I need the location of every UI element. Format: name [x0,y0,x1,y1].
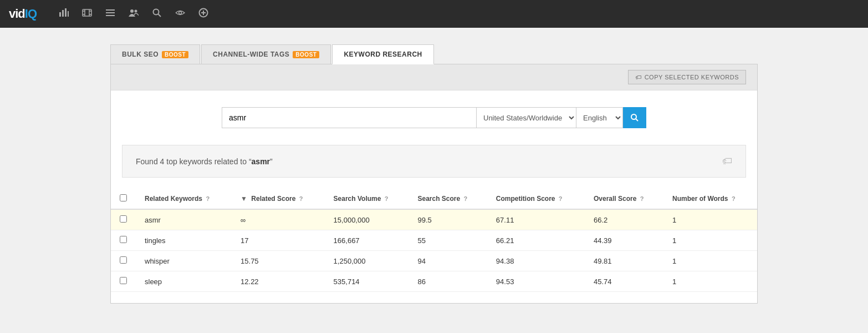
tab-keyword-research[interactable]: KEYWORD RESEARCH [332,44,433,64]
row-overall-score-1: 44.39 [585,230,663,251]
logo-iq: IQ [25,7,37,21]
film-icon[interactable] [82,8,92,20]
row-checkbox-cell [111,230,136,251]
th-search-volume: Search Volume ? [325,189,409,209]
tab-bulk-seo[interactable]: BULK SEO BOOST [110,44,200,64]
th-related-score[interactable]: ▼ Related Score ? [232,189,325,209]
table-row: sleep 12.22 535,714 86 94.53 45.74 1 [111,271,757,292]
copy-selected-keywords-button[interactable]: 🏷 COPY SELECTED KEYWORDS [628,70,746,84]
table-row: tingles 17 166,667 55 66.21 44.39 1 [111,230,757,251]
th-search-score-help-icon: ? [464,195,468,202]
row-checkbox-2[interactable] [120,256,127,264]
th-num-words-label: Number of Words [672,195,728,203]
th-competition-score-label: Competition Score [496,195,555,203]
tab-bulk-seo-label: BULK SEO [122,51,159,58]
row-search-score-2: 94 [409,251,487,271]
row-num-words-3: 1 [663,271,757,292]
row-num-words-0: 1 [663,209,757,230]
row-checkbox-cell [111,251,136,271]
row-checkbox-0[interactable] [120,215,127,223]
row-num-words-1: 1 [663,230,757,251]
row-search-volume-2: 1,250,000 [325,251,409,271]
row-competition-score-3: 94.53 [487,271,585,292]
results-banner: Found 4 top keywords related to “asmr” 🏷 [122,145,746,178]
th-select-all [111,189,136,209]
location-select[interactable]: United States/Worldwide Global United St… [477,107,576,128]
th-related-keywords-help-icon: ? [206,195,210,202]
svg-rect-2 [65,8,67,17]
copy-btn-label: COPY SELECTED KEYWORDS [645,74,739,80]
row-checkbox-cell [111,209,136,230]
svg-point-15 [135,10,137,13]
th-num-words: Number of Words ? [663,189,757,209]
row-related-score-2: 15.75 [232,251,325,271]
tab-channel-wide-tags[interactable]: CHANNEL-WIDE TAGS BOOST [201,44,331,64]
th-overall-score-help-icon: ? [640,195,644,202]
tab-channel-wide-tags-badge: BOOST [293,51,319,58]
table-row: asmr ∞ 15,000,000 99.5 67.11 66.2 1 [111,209,757,230]
sort-arrow-icon: ▼ [241,195,247,203]
tab-bulk-seo-badge: BOOST [162,51,188,58]
th-related-keywords: Related Keywords ? [136,189,232,209]
keyword-table: Related Keywords ? ▼ Related Score ? Sea… [111,189,757,292]
tab-keyword-research-label: KEYWORD RESEARCH [344,51,422,58]
search-nav-icon[interactable] [152,8,162,20]
row-search-score-3: 86 [409,271,487,292]
svg-point-18 [179,12,182,14]
svg-point-16 [154,9,159,15]
row-related-score-1: 17 [232,230,325,251]
svg-point-22 [631,114,636,119]
th-overall-score-label: Overall Score [594,195,636,203]
row-checkbox-1[interactable] [120,236,127,243]
th-related-keywords-label: Related Keywords [145,195,202,203]
row-search-score-0: 99.5 [409,209,487,230]
tag-icon: 🏷 [722,155,732,167]
tabs-bar: BULK SEO BOOST CHANNEL-WIDE TAGS BOOST K… [110,44,758,64]
row-num-words-2: 1 [663,251,757,271]
top-navigation: vidIQ [0,0,868,28]
row-overall-score-2: 49.81 [585,251,663,271]
th-related-score-help-icon: ? [299,195,303,202]
group-icon[interactable] [129,8,139,20]
tab-channel-wide-tags-label: CHANNEL-WIDE TAGS [213,51,289,58]
row-checkbox-3[interactable] [120,277,127,284]
row-overall-score-0: 66.2 [585,209,663,230]
logo[interactable]: vidIQ [9,7,37,21]
svg-rect-13 [106,15,115,16]
row-search-volume-1: 166,667 [325,230,409,251]
search-button[interactable] [623,107,646,128]
th-overall-score: Overall Score ? [585,189,663,209]
plus-icon[interactable] [198,8,208,20]
row-checkbox-cell [111,271,136,292]
search-area: United States/Worldwide Global United St… [111,90,757,145]
main-panel: 🏷 COPY SELECTED KEYWORDS United States/W… [110,64,758,304]
th-search-score: Search Score ? [409,189,487,209]
results-keyword: asmr [252,157,270,166]
row-keyword-3: sleep [136,271,232,292]
search-input[interactable] [222,107,477,128]
th-related-score-label: Related Score [251,195,295,203]
nav-icons [59,8,208,20]
svg-rect-0 [59,12,61,17]
row-competition-score-2: 94.38 [487,251,585,271]
table-row: whisper 15.75 1,250,000 94 94.38 49.81 1 [111,251,757,271]
svg-rect-3 [68,11,69,17]
svg-line-23 [636,119,638,121]
svg-rect-1 [62,10,64,17]
table-header-row: Related Keywords ? ▼ Related Score ? Sea… [111,189,757,209]
main-content: BULK SEO BOOST CHANNEL-WIDE TAGS BOOST K… [101,44,767,304]
svg-line-17 [159,14,161,17]
th-num-words-help-icon: ? [732,195,736,202]
svg-rect-12 [106,12,115,13]
logo-vid: vid [9,7,25,21]
eye-icon[interactable] [175,8,185,20]
row-search-volume-0: 15,000,000 [325,209,409,230]
language-select[interactable]: English Spanish French [576,107,623,128]
svg-rect-11 [106,9,115,11]
list-icon[interactable] [105,8,115,20]
th-competition-score: Competition Score ? [487,189,585,209]
select-all-checkbox[interactable] [120,194,127,201]
search-button-icon [630,113,639,122]
row-related-score-0: ∞ [232,209,325,230]
bar-chart-icon[interactable] [59,8,69,20]
